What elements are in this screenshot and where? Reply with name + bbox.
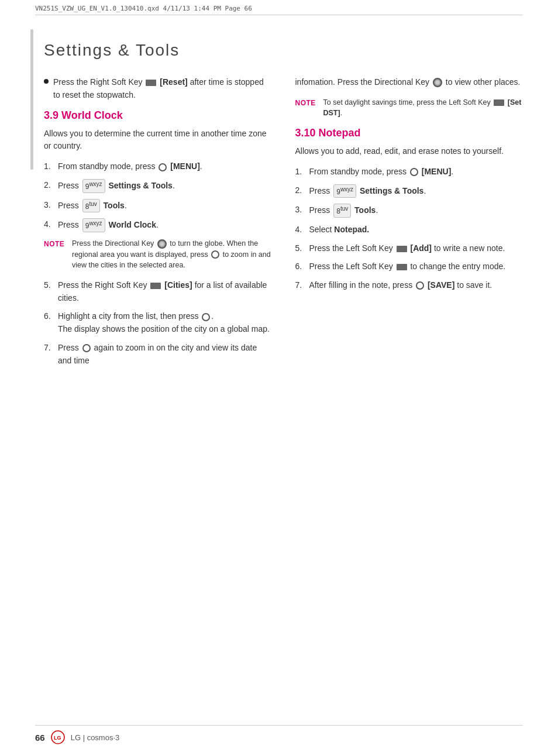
header-text: VN251S_VZW_UG_EN_V1.0_130410.qxd 4/11/13… <box>35 5 252 12</box>
notepad-step-4: 4. Select Notepad. <box>295 224 523 236</box>
notepad-step-3: 3. Press 8tuv Tools. <box>295 204 523 218</box>
right-column: infomation. Press the Directional Key to… <box>295 76 523 709</box>
left-soft-key-icon-3 <box>397 264 407 270</box>
menu-button-icon <box>159 163 167 171</box>
9-key-badge-2: 9wxyz <box>82 218 105 232</box>
8-key-badge: 8tuv <box>82 199 100 213</box>
note-dst: NOTE To set daylight savings time, press… <box>295 97 523 119</box>
notepad-step-1: 1. From standby mode, press [MENU]. <box>295 166 523 178</box>
bullet-dot <box>44 79 49 84</box>
circle-btn-icon-2 <box>202 313 210 321</box>
save-btn-icon <box>416 281 424 290</box>
notepad-steps: 1. From standby mode, press [MENU]. 2. P… <box>295 166 523 292</box>
step-6: 6. Highlight a city from the list, then … <box>44 310 272 335</box>
accent-bar <box>30 29 33 170</box>
left-soft-key-icon-2 <box>397 246 407 252</box>
note-directional: NOTE Press the Directional Key to turn t… <box>44 238 272 271</box>
step-2: 2. Press 9wxyz Settings & Tools. <box>44 179 272 193</box>
step-7: 7. Press again to zoom in on the city an… <box>44 342 272 367</box>
9-key-r: 9wxyz <box>333 184 356 198</box>
world-clock-steps-5-7: 5. Press the Right Soft Key [Cities] for… <box>44 279 272 367</box>
brand-text: LG | cosmos·3 <box>71 733 120 742</box>
section-world-clock-heading: 3.9 World Clock <box>44 109 272 122</box>
9-key-badge: 9wxyz <box>82 179 105 193</box>
world-clock-intro: Allows you to determine the current time… <box>44 128 272 152</box>
step-5: 5. Press the Right Soft Key [Cities] for… <box>44 279 272 304</box>
lg-logo-icon: LG <box>51 730 65 744</box>
page-number: 66 <box>35 733 45 743</box>
left-column: Press the Right Soft Key [Reset] after t… <box>44 76 272 709</box>
8-key-r: 8tuv <box>333 204 351 218</box>
directional-key-icon-2 <box>433 78 442 87</box>
world-clock-steps-1-4: 1. From standby mode, press [MENU]. 2. P… <box>44 160 272 232</box>
bullet-reset-text: Press the Right Soft Key [Reset] after t… <box>53 76 272 101</box>
menu-btn-icon-r <box>410 168 418 176</box>
directional-key-icon <box>157 239 167 249</box>
page-header: VN251S_VZW_UG_EN_V1.0_130410.qxd 4/11/13… <box>35 5 523 15</box>
right-soft-key-icon-2 <box>150 283 161 289</box>
left-soft-key-icon <box>494 99 504 106</box>
circle-btn-icon-3 <box>82 344 91 352</box>
bullet-reset: Press the Right Soft Key [Reset] after t… <box>44 76 272 101</box>
step-4: 4. Press 9wxyz World Clock. <box>44 218 272 232</box>
svg-text:LG: LG <box>54 735 61 741</box>
notepad-intro: Allows you to add, read, edit, and erase… <box>295 145 523 157</box>
notepad-step-7: 7. After filling in the note, press [SAV… <box>295 279 523 292</box>
circle-btn-icon <box>211 250 219 259</box>
step-3: 3. Press 8tuv Tools. <box>44 199 272 213</box>
section-notepad-heading: 3.10 Notepad <box>295 127 523 139</box>
page-footer: 66 LG LG | cosmos·3 <box>35 725 523 744</box>
notepad-step-6: 6. Press the Left Soft Key to change the… <box>295 260 523 273</box>
page-title: Settings & Tools <box>44 41 180 60</box>
continuation-text: infomation. Press the Directional Key to… <box>295 76 523 89</box>
notepad-step-2: 2. Press 9wxyz Settings & Tools. <box>295 184 523 198</box>
right-soft-key-icon <box>146 80 156 86</box>
notepad-step-5: 5. Press the Left Soft Key [Add] to writ… <box>295 242 523 255</box>
step-1: 1. From standby mode, press [MENU]. <box>44 160 272 173</box>
